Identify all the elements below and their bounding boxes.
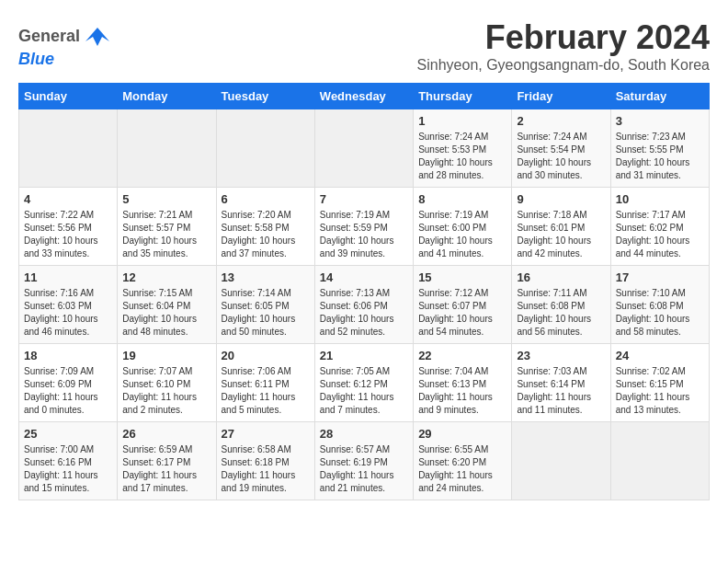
calendar-cell: 9Sunrise: 7:18 AMSunset: 6:01 PMDaylight…: [512, 188, 610, 266]
calendar-week-row: 4Sunrise: 7:22 AMSunset: 5:56 PMDaylight…: [19, 188, 710, 266]
day-number: 11: [24, 270, 112, 284]
day-number: 23: [517, 349, 605, 362]
weekday-header: Monday: [118, 84, 216, 109]
calendar-week-row: 25Sunrise: 7:00 AMSunset: 6:16 PMDayligh…: [19, 422, 710, 500]
calendar-cell: 19Sunrise: 7:07 AMSunset: 6:10 PMDayligh…: [118, 344, 216, 422]
day-detail: Sunrise: 6:58 AMSunset: 6:18 PMDaylight:…: [222, 443, 310, 495]
day-number: 14: [320, 270, 408, 284]
title-section: February 2024 Sinhyeon, Gyeongsangnam-do…: [417, 18, 710, 74]
calendar-cell: [314, 109, 413, 188]
day-number: 8: [418, 192, 506, 206]
day-number: 7: [320, 192, 408, 206]
day-detail: Sunrise: 7:21 AMSunset: 5:57 PMDaylight:…: [122, 209, 210, 260]
day-number: 24: [616, 349, 704, 362]
calendar-cell: 20Sunrise: 7:06 AMSunset: 6:11 PMDayligh…: [216, 344, 314, 422]
day-number: 4: [24, 192, 112, 206]
calendar-cell: 16Sunrise: 7:11 AMSunset: 6:08 PMDayligh…: [512, 266, 610, 344]
subtitle: Sinhyeon, Gyeongsangnam-do, South Korea: [417, 57, 710, 74]
calendar-cell: 10Sunrise: 7:17 AMSunset: 6:02 PMDayligh…: [610, 188, 709, 266]
weekday-header: Sunday: [19, 84, 118, 109]
day-number: 18: [24, 349, 112, 362]
calendar-cell: 15Sunrise: 7:12 AMSunset: 6:07 PMDayligh…: [414, 266, 512, 344]
day-detail: Sunrise: 7:14 AMSunset: 6:05 PMDaylight:…: [222, 287, 310, 339]
calendar-cell: 21Sunrise: 7:05 AMSunset: 6:12 PMDayligh…: [314, 344, 413, 422]
calendar-cell: 22Sunrise: 7:04 AMSunset: 6:13 PMDayligh…: [414, 344, 512, 422]
day-number: 26: [122, 427, 210, 441]
calendar-cell: 27Sunrise: 6:58 AMSunset: 6:18 PMDayligh…: [216, 422, 314, 500]
calendar-cell: 26Sunrise: 6:59 AMSunset: 6:17 PMDayligh…: [118, 422, 216, 500]
calendar-cell: [216, 109, 314, 188]
calendar-cell: [19, 109, 118, 188]
day-detail: Sunrise: 7:22 AMSunset: 5:56 PMDaylight:…: [24, 209, 112, 260]
weekday-header: Tuesday: [216, 84, 314, 109]
day-detail: Sunrise: 7:19 AMSunset: 5:59 PMDaylight:…: [320, 209, 408, 260]
logo-bird-icon: [84, 23, 111, 51]
calendar-cell: 6Sunrise: 7:20 AMSunset: 5:58 PMDaylight…: [216, 188, 314, 266]
day-number: 15: [418, 270, 506, 284]
header: General Blue February 2024 Sinhyeon, Gye…: [18, 18, 710, 74]
calendar-cell: 4Sunrise: 7:22 AMSunset: 5:56 PMDaylight…: [19, 188, 118, 266]
calendar-cell: 17Sunrise: 7:10 AMSunset: 6:08 PMDayligh…: [610, 266, 709, 344]
calendar-cell: [512, 422, 610, 500]
day-number: 22: [418, 349, 506, 362]
day-detail: Sunrise: 7:17 AMSunset: 6:02 PMDaylight:…: [616, 209, 704, 260]
calendar-cell: 24Sunrise: 7:02 AMSunset: 6:15 PMDayligh…: [610, 344, 709, 422]
day-detail: Sunrise: 7:12 AMSunset: 6:07 PMDaylight:…: [418, 287, 506, 339]
day-detail: Sunrise: 7:24 AMSunset: 5:54 PMDaylight:…: [517, 131, 605, 182]
calendar-cell: 2Sunrise: 7:24 AMSunset: 5:54 PMDaylight…: [512, 109, 610, 188]
calendar-cell: 13Sunrise: 7:14 AMSunset: 6:05 PMDayligh…: [216, 266, 314, 344]
calendar-week-row: 18Sunrise: 7:09 AMSunset: 6:09 PMDayligh…: [19, 344, 710, 422]
day-number: 13: [222, 270, 310, 284]
day-detail: Sunrise: 7:04 AMSunset: 6:13 PMDaylight:…: [418, 365, 506, 417]
day-detail: Sunrise: 7:10 AMSunset: 6:08 PMDaylight:…: [616, 287, 704, 339]
calendar-week-row: 11Sunrise: 7:16 AMSunset: 6:03 PMDayligh…: [19, 266, 710, 344]
day-number: 29: [418, 427, 506, 441]
calendar-cell: 1Sunrise: 7:24 AMSunset: 5:53 PMDaylight…: [414, 109, 512, 188]
main-title: February 2024: [417, 18, 710, 57]
day-detail: Sunrise: 7:13 AMSunset: 6:06 PMDaylight:…: [320, 287, 408, 339]
calendar-cell: 5Sunrise: 7:21 AMSunset: 5:57 PMDaylight…: [118, 188, 216, 266]
calendar-cell: 18Sunrise: 7:09 AMSunset: 6:09 PMDayligh…: [19, 344, 118, 422]
day-number: 20: [222, 349, 310, 362]
day-detail: Sunrise: 7:18 AMSunset: 6:01 PMDaylight:…: [517, 209, 605, 260]
day-detail: Sunrise: 7:23 AMSunset: 5:55 PMDaylight:…: [616, 131, 704, 182]
logo: General Blue: [18, 23, 111, 69]
day-number: 5: [122, 192, 210, 206]
calendar-cell: 8Sunrise: 7:19 AMSunset: 6:00 PMDaylight…: [414, 188, 512, 266]
svg-marker-0: [85, 28, 109, 46]
calendar-cell: 12Sunrise: 7:15 AMSunset: 6:04 PMDayligh…: [118, 266, 216, 344]
day-number: 25: [24, 427, 112, 441]
day-detail: Sunrise: 7:11 AMSunset: 6:08 PMDaylight:…: [517, 287, 605, 339]
day-number: 28: [320, 427, 408, 441]
day-detail: Sunrise: 7:02 AMSunset: 6:15 PMDaylight:…: [616, 365, 704, 417]
calendar-cell: [610, 422, 709, 500]
calendar-cell: 11Sunrise: 7:16 AMSunset: 6:03 PMDayligh…: [19, 266, 118, 344]
weekday-header: Friday: [512, 84, 610, 109]
day-number: 1: [418, 114, 506, 128]
day-number: 21: [320, 349, 408, 362]
day-number: 3: [616, 114, 704, 128]
calendar-cell: 14Sunrise: 7:13 AMSunset: 6:06 PMDayligh…: [314, 266, 413, 344]
header-row: SundayMondayTuesdayWednesdayThursdayFrid…: [19, 84, 710, 109]
calendar-cell: 28Sunrise: 6:57 AMSunset: 6:19 PMDayligh…: [314, 422, 413, 500]
day-detail: Sunrise: 6:59 AMSunset: 6:17 PMDaylight:…: [122, 443, 210, 495]
day-detail: Sunrise: 7:05 AMSunset: 6:12 PMDaylight:…: [320, 365, 408, 417]
weekday-header: Thursday: [414, 84, 512, 109]
day-number: 12: [122, 270, 210, 284]
calendar-cell: [118, 109, 216, 188]
calendar-cell: 23Sunrise: 7:03 AMSunset: 6:14 PMDayligh…: [512, 344, 610, 422]
day-detail: Sunrise: 7:00 AMSunset: 6:16 PMDaylight:…: [24, 443, 112, 495]
day-number: 17: [616, 270, 704, 284]
day-detail: Sunrise: 6:57 AMSunset: 6:19 PMDaylight:…: [320, 443, 408, 495]
calendar-week-row: 1Sunrise: 7:24 AMSunset: 5:53 PMDaylight…: [19, 109, 710, 188]
day-detail: Sunrise: 7:09 AMSunset: 6:09 PMDaylight:…: [24, 365, 112, 417]
day-detail: Sunrise: 6:55 AMSunset: 6:20 PMDaylight:…: [418, 443, 506, 495]
day-detail: Sunrise: 7:06 AMSunset: 6:11 PMDaylight:…: [222, 365, 310, 417]
calendar-cell: 29Sunrise: 6:55 AMSunset: 6:20 PMDayligh…: [414, 422, 512, 500]
calendar-cell: 3Sunrise: 7:23 AMSunset: 5:55 PMDaylight…: [610, 109, 709, 188]
day-detail: Sunrise: 7:19 AMSunset: 6:00 PMDaylight:…: [418, 209, 506, 260]
logo-blue: Blue: [18, 50, 54, 68]
calendar-cell: 7Sunrise: 7:19 AMSunset: 5:59 PMDaylight…: [314, 188, 413, 266]
weekday-header: Saturday: [610, 84, 709, 109]
day-detail: Sunrise: 7:15 AMSunset: 6:04 PMDaylight:…: [122, 287, 210, 339]
